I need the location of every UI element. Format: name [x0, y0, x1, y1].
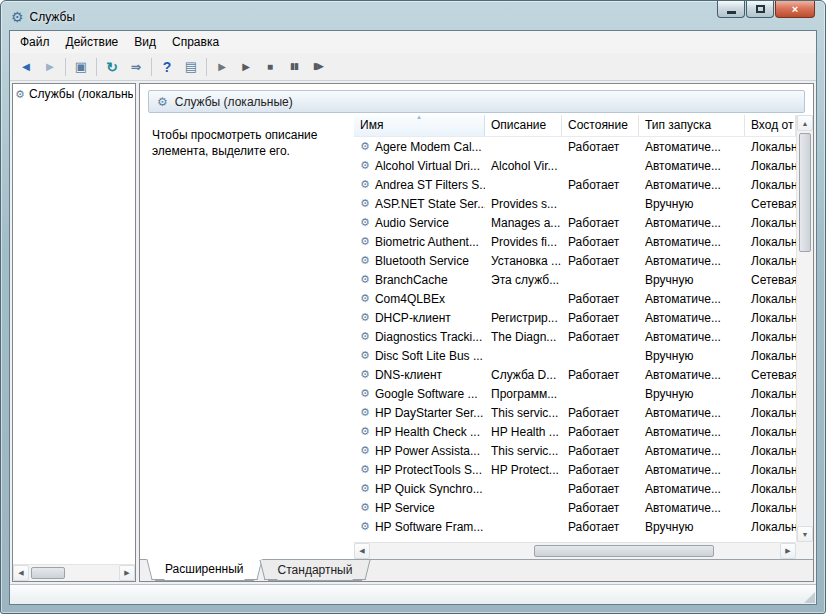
back-button[interactable]: ◄ — [14, 56, 38, 78]
minimize-icon — [727, 11, 736, 14]
column-header-logon-as[interactable]: Вход от и — [745, 115, 796, 136]
service-state-cell: Работает — [562, 254, 639, 268]
column-header-state[interactable]: Состояние — [562, 115, 639, 136]
toolbar-separator — [96, 58, 97, 76]
maximize-button[interactable] — [746, 1, 774, 18]
scroll-right-arrow-icon[interactable]: ▶ — [119, 565, 135, 581]
restart-service-button[interactable]: ▮▶ — [306, 56, 330, 78]
service-gear-icon: ⚙ — [360, 463, 370, 476]
service-name-cell: ⚙Google Software ... — [354, 387, 485, 401]
service-row[interactable]: ⚙DHCP-клиентРегистрир...РаботаетАвтомати… — [354, 308, 796, 327]
service-description-cell: Регистрир... — [485, 311, 562, 325]
scroll-right-arrow-icon[interactable]: ▶ — [780, 543, 796, 559]
service-gear-icon: ⚙ — [360, 482, 370, 495]
service-row[interactable]: ⚙Audio ServiceManages a...РаботаетАвтома… — [354, 213, 796, 232]
service-state-cell: Работает — [562, 482, 639, 496]
service-name-cell: ⚙Alcohol Virtual Dri... — [354, 159, 485, 173]
table-hscroll-thumb[interactable] — [534, 545, 714, 557]
column-header-startup-type[interactable]: Тип запуска — [639, 115, 745, 136]
service-logon-cell: Локальна... — [745, 216, 796, 230]
minimize-button[interactable] — [717, 1, 745, 18]
extended-view-button[interactable]: ▤ — [179, 56, 203, 78]
menu-action[interactable]: Действие — [58, 32, 127, 52]
service-name-cell: ⚙DNS-клиент — [354, 368, 485, 382]
service-logon-cell: Сетевая с... — [745, 273, 796, 287]
service-row[interactable]: ⚙HP Software Fram...РаботаетВручнуюЛокал… — [354, 517, 796, 536]
service-row[interactable]: ⚙HP DayStarter Ser...This servic...Работ… — [354, 403, 796, 422]
tree-hscroll-thumb[interactable] — [31, 567, 65, 579]
refresh-button[interactable]: ↻ — [100, 56, 124, 78]
menu-view[interactable]: Вид — [126, 32, 164, 52]
service-startup-cell: Автоматиче... — [639, 140, 745, 154]
panel-body: Чтобы просмотреть описание элемента, выд… — [140, 115, 813, 559]
tree-item-services-local[interactable]: ⚙ Службы (локальны — [15, 87, 133, 101]
service-logon-cell: Локальна... — [745, 463, 796, 477]
close-button[interactable]: × — [775, 1, 815, 18]
tab-extended[interactable]: Расширенный — [155, 559, 254, 581]
table-header-row: ▴Имя Описание Состояние Тип запуска Вход… — [354, 115, 796, 137]
service-row[interactable]: ⚙DNS-клиентСлужба D...РаботаетАвтоматиче… — [354, 365, 796, 384]
service-state-cell: Работает — [562, 368, 639, 382]
service-row[interactable]: ⚙HP Power Assista...This servic...Работа… — [354, 441, 796, 460]
service-row[interactable]: ⚙HP ServiceРаботаетАвтоматиче...Локальна… — [354, 498, 796, 517]
service-row[interactable]: ⚙Biometric Authent...Provides fi...Работ… — [354, 232, 796, 251]
titlebar[interactable]: ⚙ Службы × — [9, 1, 817, 30]
service-row[interactable]: ⚙Com4QLBExРаботаетАвтоматиче...Локальна.… — [354, 289, 796, 308]
menu-file[interactable]: Файл — [12, 32, 58, 52]
service-name-cell: ⚙Biometric Authent... — [354, 235, 485, 249]
table-vscroll-track[interactable] — [797, 131, 813, 526]
column-header-name[interactable]: ▴Имя — [354, 115, 485, 136]
service-name-cell: ⚙HP ProtectTools S... — [354, 463, 485, 477]
help-button[interactable]: ? — [155, 56, 179, 78]
scroll-left-arrow-icon[interactable]: ◀ — [354, 543, 370, 559]
service-name-cell: ⚙HP Quick Synchro... — [354, 482, 485, 496]
scroll-up-arrow-icon[interactable]: ▲ — [797, 115, 813, 131]
scroll-left-arrow-icon[interactable]: ◀ — [13, 565, 29, 581]
service-name-cell: ⚙HP Power Assista... — [354, 444, 485, 458]
service-startup-cell: Автоматиче... — [639, 501, 745, 515]
service-logon-cell: Локальна... — [745, 406, 796, 420]
forward-button[interactable]: ► — [38, 56, 62, 78]
service-gear-icon: ⚙ — [360, 520, 370, 533]
pause-service-button[interactable]: ▮▮ — [282, 56, 306, 78]
table-hscroll-track[interactable] — [370, 543, 780, 559]
service-row[interactable]: ⚙Bluetooth ServiceУстановка ...РаботаетА… — [354, 251, 796, 270]
service-row[interactable]: ⚙HP ProtectTools S...HP Protect...Работа… — [354, 460, 796, 479]
tree-horizontal-scrollbar[interactable]: ◀ ▶ — [13, 564, 135, 581]
service-description-cell: Provides fi... — [485, 235, 562, 249]
service-startup-cell: Автоматиче... — [639, 330, 745, 344]
service-startup-cell: Автоматиче... — [639, 178, 745, 192]
stop-service-button[interactable]: ■ — [258, 56, 282, 78]
tree-hscroll-track[interactable] — [29, 565, 119, 581]
start-service-2-button[interactable]: ▶ — [234, 56, 258, 78]
panel-header-title: Службы (локальные) — [175, 95, 293, 109]
table-vscroll-thumb[interactable] — [799, 133, 811, 252]
service-row[interactable]: ⚙Disc Soft Lite Bus ...ВручнуюЛокальна..… — [354, 346, 796, 365]
service-gear-icon: ⚙ — [360, 349, 370, 362]
service-row[interactable]: ⚙HP Quick Synchro...РаботаетАвтоматиче..… — [354, 479, 796, 498]
service-startup-cell: Автоматиче... — [639, 311, 745, 325]
menu-help[interactable]: Справка — [164, 32, 227, 52]
service-state-cell: Работает — [562, 406, 639, 420]
service-logon-cell: Локальна... — [745, 387, 796, 401]
service-row[interactable]: ⚙Andrea ST Filters S...РаботаетАвтоматич… — [354, 175, 796, 194]
table-vertical-scrollbar[interactable]: ▲ ▼ — [796, 115, 813, 542]
tab-standard[interactable]: Стандартный — [268, 560, 363, 581]
service-row[interactable]: ⚙BranchCacheЭта служб...ВручнуюСетевая с… — [354, 270, 796, 289]
show-console-tree-button[interactable]: ▣ — [69, 56, 93, 78]
service-gear-icon: ⚙ — [360, 444, 370, 457]
service-gear-icon: ⚙ — [360, 501, 370, 514]
table-horizontal-scrollbar[interactable]: ◀ ▶ — [354, 542, 796, 559]
service-startup-cell: Вручную — [639, 387, 745, 401]
start-service-button[interactable]: ▶ — [210, 56, 234, 78]
resize-grip[interactable] — [804, 592, 815, 603]
service-row[interactable]: ⚙ASP.NET State Ser...Provides s...Вручну… — [354, 194, 796, 213]
service-row[interactable]: ⚙Alcohol Virtual Dri...Alcohol Vir...Авт… — [354, 156, 796, 175]
service-row[interactable]: ⚙Agere Modem Cal...РаботаетАвтоматиче...… — [354, 137, 796, 156]
service-row[interactable]: ⚙Diagnostics Tracki...The Diagn...Работа… — [354, 327, 796, 346]
column-header-description[interactable]: Описание — [485, 115, 562, 136]
service-row[interactable]: ⚙Google Software ...Программ...ВручнуюЛо… — [354, 384, 796, 403]
scroll-down-arrow-icon[interactable]: ▼ — [797, 526, 813, 542]
service-row[interactable]: ⚙HP Health Check ...HP Health ...Работае… — [354, 422, 796, 441]
export-list-button[interactable]: ⇒ — [124, 56, 148, 78]
